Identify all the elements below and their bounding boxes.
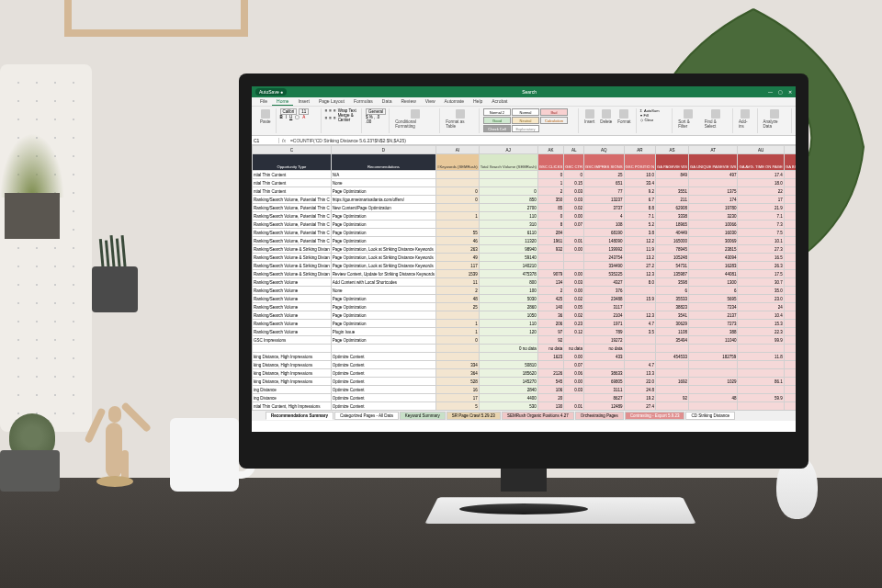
cell[interactable]: 13.2 [624,254,655,262]
cell[interactable]: 0.00 [564,287,584,295]
cell[interactable] [537,262,563,270]
col-header[interactable]: D [331,146,435,154]
header-upv[interactable]: GA UNIQUE PAGEVIE WS [688,154,737,171]
cell[interactable]: 243754 [584,254,625,262]
cell[interactable]: 0.06 [564,369,584,378]
cell[interactable]: 110 [479,212,537,220]
cell[interactable]: 35.0 [738,287,784,295]
ribbon-tab-automate[interactable]: Automate [440,97,469,106]
find-select-button[interactable]: Find & Select [703,108,729,130]
cell-style-good[interactable]: Good [483,117,511,124]
cell[interactable]: king Distance, High Impressions [253,353,332,361]
cell[interactable]: king Distance, High Impressions [253,369,332,378]
cell[interactable] [624,353,655,361]
cell[interactable]: 12.2 [624,237,655,245]
cell[interactable]: 59.9 [738,394,784,402]
cell[interactable]: 850 [479,196,537,204]
cell[interactable]: 17 [436,394,480,402]
cell[interactable]: 6 [656,287,689,295]
cell[interactable]: 1961 [537,237,563,245]
cell[interactable]: 62908 [656,204,689,212]
insert-cells-button[interactable]: Insert [582,108,596,125]
cell[interactable]: 0.40 [784,212,796,220]
col-header[interactable]: AJ [479,146,537,154]
cell[interactable]: 117 [436,262,480,270]
table-row[interactable]: Ranking/Search Volume & Striking DistanR… [253,270,797,278]
cell[interactable]: 145270 [479,378,537,386]
cell[interactable]: 6110 [479,229,537,237]
cell-style-bad[interactable]: Bad [540,108,568,116]
cell[interactable]: 0.02 [564,204,584,212]
cell[interactable] [436,204,480,212]
table-row[interactable]: Ranking/Search VolumePage Optimization11… [253,320,797,328]
header-pv[interactable]: GA PAGEVIE WS [656,154,689,171]
table-row[interactable]: Ranking/Search Volume & Striking DistanP… [253,254,797,262]
sheet-tab[interactable]: SR Page Crawl 5.29.23 [447,412,501,420]
cell[interactable]: 15.3 [738,320,784,328]
cell[interactable]: 0.32 [784,311,796,320]
cell[interactable]: 185620 [479,369,537,378]
cell[interactable]: 20 [537,394,563,402]
cell[interactable]: 0.00 [564,378,584,386]
cell[interactable]: 0.17 [784,254,796,262]
cell[interactable]: 12.3 [624,270,655,278]
delete-cells-button[interactable]: Delete [598,108,614,125]
table-row[interactable]: Ranking/Search VolumeAdd Content with Lo… [253,278,797,287]
cell[interactable]: 19272 [584,336,625,345]
cell[interactable]: 0.67 [784,328,796,336]
col-header[interactable]: AV [784,146,796,154]
cell[interactable] [738,361,784,369]
cell[interactable]: Page Optimization [331,303,435,311]
cell[interactable]: 148090 [584,237,625,245]
search-box[interactable]: Search [290,89,768,95]
cell[interactable]: 1 [436,212,480,220]
cell[interactable] [738,369,784,378]
merge-button[interactable]: Merge & Center [338,113,358,122]
cell[interactable]: 77 [584,187,625,196]
header-rec[interactable]: Recommendations [331,154,435,171]
cell[interactable]: 110 [479,320,537,328]
cell[interactable]: 134 [537,278,563,287]
cell[interactable]: 4327 [584,278,625,287]
cell[interactable]: 0.07 [564,220,584,229]
cell[interactable]: 0.46 [784,220,796,229]
cell[interactable]: 55 [436,229,480,237]
cell[interactable]: 0.52 [784,245,796,254]
table-row[interactable]: ntial Thin ContentN/A002510.084949717.40… [253,171,797,179]
cell[interactable]: 454533 [656,353,689,361]
cell[interactable]: Page Optimization [331,229,435,237]
cell[interactable]: 0 [537,171,563,179]
cell[interactable]: Ranking/Search Volume [253,278,332,287]
cell[interactable]: 18965 [656,220,689,229]
cell[interactable]: 15.9 [624,295,655,303]
cell[interactable] [564,336,584,345]
format-cells-button[interactable]: Format [616,108,632,125]
cell[interactable]: 100 [479,287,537,295]
cell[interactable]: 68190 [584,229,625,237]
header-opp[interactable]: Opportunity Type [253,154,332,171]
col-header[interactable]: AL [564,146,584,154]
cell[interactable]: 40449 [656,229,689,237]
cell[interactable]: 2104 [584,311,625,320]
cell[interactable]: 0.01 [784,336,796,345]
cell[interactable]: 0.33 [784,179,796,187]
cell[interactable]: 3737 [584,204,625,212]
cell[interactable]: Page Optimization [331,237,435,245]
cell-style-explanatory[interactable]: Explanatory [512,125,539,132]
cell[interactable]: 30629 [656,320,689,328]
sort-filter-button[interactable]: Sort & Filter [676,108,701,130]
cell[interactable]: 0.02 [564,311,584,320]
cell[interactable]: ntial Thin Content [253,171,332,179]
table-row[interactable]: Ranking/Search Volume, Potential Thin CP… [253,237,797,245]
table-row[interactable]: GSC ImpressionsPage Optimization09219272… [253,336,797,345]
table-row[interactable]: Ranking/Search VolumeNone210020.00376663… [253,287,797,295]
cell[interactable]: Ranking/Search Volume, Potential Thin C [253,212,332,220]
cell[interactable]: Optimize Content [331,353,435,361]
cell[interactable]: 284 [537,229,563,237]
cell[interactable]: 97 [537,328,563,336]
cell[interactable]: 18.0 [738,179,784,187]
cell[interactable]: Ranking/Search Volume [253,311,332,320]
cell[interactable] [436,353,480,361]
cell[interactable]: 849 [656,171,689,179]
cell[interactable] [436,171,480,179]
